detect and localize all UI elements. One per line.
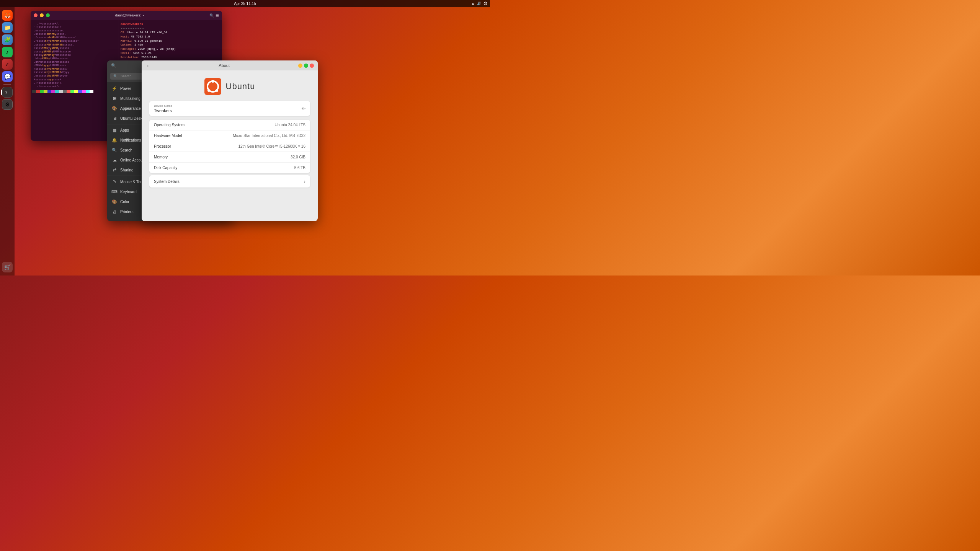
processor-label: Processor	[154, 144, 192, 148]
about-specs-table: Operating System Ubuntu 24.04 LTS Hardwa…	[149, 120, 310, 173]
settings-item-label: Search	[120, 148, 132, 152]
device-name-box: Device Name Tweakers ✏	[149, 101, 310, 116]
dock-item-firefox[interactable]: 🦊	[2, 10, 13, 21]
dock-item-discord[interactable]: 💬	[2, 71, 13, 82]
about-row-os: Operating System Ubuntu 24.04 LTS	[149, 120, 310, 130]
disk-value: 5.6 TB	[192, 166, 305, 170]
memory-label: Memory	[154, 155, 192, 159]
search-icon: 🔍	[112, 147, 117, 153]
dock-item-files[interactable]: 📁	[2, 22, 13, 33]
hardware-value: Micro-Star International Co., Ltd. MS-7D…	[192, 134, 305, 138]
device-name-label: Device Name	[154, 104, 172, 108]
hardware-label: Hardware Model	[154, 134, 192, 138]
settings-item-label: Power	[120, 86, 131, 91]
terminal-search-icon[interactable]: 🔍	[209, 13, 214, 18]
terminal-close-btn[interactable]	[34, 13, 38, 17]
sharing-icon: ⇄	[112, 167, 117, 173]
dock-item-taskwarrior[interactable]: ✓	[2, 59, 13, 70]
volume-icon: 🔊	[477, 2, 481, 5]
about-row-disk: Disk Capacity 5.6 TB	[149, 163, 310, 173]
about-title: About	[150, 63, 298, 68]
dock-separator	[3, 84, 11, 85]
search-placeholder: Search	[121, 74, 132, 78]
keyboard-icon: ⌨	[112, 189, 117, 194]
about-titlebar: ‹ About	[142, 60, 318, 70]
device-name-value: Tweakers	[154, 108, 172, 113]
about-row-processor: Processor 12th Gen Intel® Core™ i5-12600…	[149, 141, 310, 152]
memory-value: 32.0 GiB	[192, 155, 305, 159]
about-back-btn[interactable]: ‹	[145, 62, 150, 69]
about-maximize-btn[interactable]	[304, 64, 308, 68]
ubuntu-dot-bottomleft	[207, 89, 210, 92]
power-icon: ⚡	[112, 86, 117, 91]
about-row-hardware: Hardware Model Micro-Star International …	[149, 130, 310, 141]
device-name-info: Device Name Tweakers	[154, 104, 172, 113]
disk-label: Disk Capacity	[154, 166, 192, 170]
terminal-maximize-btn[interactable]	[46, 13, 50, 17]
multitasking-icon: ⊞	[112, 96, 117, 101]
terminal-minimize-btn[interactable]	[40, 13, 44, 17]
about-minimize-btn[interactable]	[298, 64, 302, 68]
ubuntu-name: Ubuntu	[226, 82, 255, 91]
ubuntu-dot-bottomright	[216, 89, 218, 92]
terminal-menu-icon[interactable]: ☰	[216, 13, 219, 18]
settings-item-label: Keyboard	[120, 190, 137, 194]
chevron-right-icon: ›	[304, 178, 305, 184]
edit-device-name-icon[interactable]: ✏	[302, 106, 305, 111]
ubuntu-desktop-icon: 🖥	[112, 116, 117, 121]
system-details-label: System Details	[154, 179, 304, 184]
about-window-buttons	[298, 64, 314, 68]
dock: 🦊 📁 🧩 ♪ ✓ 💬 $_ ⚙ 🛒	[0, 7, 15, 276]
settings-item-label: Color	[120, 200, 129, 204]
settings-search-icon[interactable]: 🔍	[111, 63, 116, 68]
clock: Apr 25 11:15	[234, 2, 256, 6]
terminal-toolbar: 🔍 ☰	[209, 13, 219, 18]
top-bar-right: ▲ 🔊 ⏻	[471, 2, 487, 5]
apps-icon: ▦	[112, 127, 117, 133]
mouse-icon: 🖱	[112, 179, 117, 184]
online-accounts-icon: ☁	[112, 157, 117, 163]
about-close-btn[interactable]	[310, 64, 314, 68]
dock-item-spotify[interactable]: ♪	[2, 47, 13, 57]
dock-item-settings[interactable]: ⚙	[2, 99, 13, 110]
about-panel: ‹ About Ubuntu Device Name Tweakers ✏	[142, 60, 318, 221]
ubuntu-dot-top	[211, 80, 214, 83]
ubuntu-logo-circle	[207, 80, 219, 93]
settings-item-label: Appearance	[120, 106, 141, 111]
notifications-icon: 🔔	[112, 137, 117, 143]
settings-item-label: Sharing	[120, 168, 133, 172]
terminal-neofetch-art: ./+oossssoo+/. `:+ssssssssssso+:` .ossss…	[31, 20, 119, 141]
settings-item-label: Notifications	[120, 138, 141, 142]
top-bar: Apr 25 11:15 ▲ 🔊 ⏻	[0, 0, 490, 7]
printers-icon: 🖨	[112, 209, 117, 214]
color-icon: 🎨	[112, 199, 117, 204]
color-palette	[32, 90, 117, 93]
about-row-memory: Memory 32.0 GiB	[149, 152, 310, 163]
terminal-titlebar: daan@tweakers: ~ 🔍 ☰	[31, 11, 222, 20]
ubuntu-logo	[204, 78, 221, 95]
appearance-icon: 🎨	[112, 106, 117, 111]
about-content: Device Name Tweakers ✏ Operating System …	[142, 101, 318, 187]
network-icon: ▲	[471, 2, 475, 5]
settings-item-label: Apps	[120, 128, 129, 132]
dock-item-extensions[interactable]: 🧩	[2, 34, 13, 45]
dock-bottom-area: 🛒	[2, 262, 13, 272]
settings-item-label: Multitasking	[120, 96, 140, 101]
system-details-row[interactable]: System Details ›	[149, 175, 310, 187]
power-icon: ⏻	[483, 2, 487, 5]
about-logo-section: Ubuntu	[142, 70, 318, 101]
search-magnifier-icon: 🔍	[113, 74, 118, 78]
os-label: Operating System	[154, 123, 192, 127]
terminal-title: daan@tweakers: ~	[52, 13, 207, 17]
settings-item-label: Printers	[120, 210, 133, 214]
os-value: Ubuntu 24.04 LTS	[192, 123, 305, 127]
dock-item-terminal[interactable]: $_	[2, 87, 13, 98]
processor-value: 12th Gen Intel® Core™ i5-12600K × 16	[192, 144, 305, 148]
dock-item-app-store[interactable]: 🛒	[2, 262, 13, 272]
